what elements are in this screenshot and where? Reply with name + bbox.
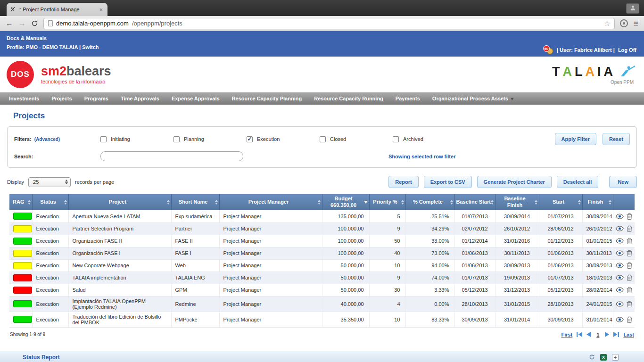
panel-refresh-icon[interactable] [589, 354, 595, 360]
search-input[interactable] [100, 151, 243, 161]
nav-item-investments[interactable]: Investments [3, 96, 45, 101]
advanced-filters-link[interactable]: (Advanced) [34, 137, 60, 142]
browser-profile-button[interactable] [626, 3, 639, 14]
current-page[interactable]: 1 [595, 332, 601, 337]
view-project-icon[interactable] [616, 287, 624, 293]
table-row[interactable]: ExecutionNew Coporate WebpageWebProject … [9, 259, 635, 272]
previous-page-icon[interactable] [586, 332, 591, 337]
nav-item-resource-capacity-running[interactable]: Resource Capacity Running [308, 96, 389, 101]
switch-link[interactable]: Switch [82, 44, 99, 50]
column-header-finish[interactable]: Finish [582, 194, 613, 210]
column-header-baseline-finish[interactable]: Baseline Finish [495, 194, 539, 210]
table-row[interactable]: ExecutionImplantación TALAIA OpenPPM (Ej… [9, 296, 635, 312]
table-row[interactable]: ExecutionTALAIA implementationTALAIA ENG… [9, 272, 635, 284]
view-project-icon[interactable] [616, 214, 624, 219]
sort-icon[interactable] [215, 200, 218, 205]
last-page-icon[interactable] [613, 332, 619, 337]
export-csv-button[interactable]: Export to CSV [424, 176, 472, 188]
apply-filter-button[interactable]: Apply Filter [555, 133, 597, 145]
bookmark-star-icon[interactable]: ☆ [604, 19, 610, 28]
sort-icon[interactable] [578, 200, 581, 205]
delete-project-icon[interactable] [627, 238, 632, 244]
view-project-icon[interactable] [616, 317, 624, 322]
column-header-baseline-start[interactable]: Baseline Start [454, 194, 495, 210]
column-header-project-manager[interactable]: Project Manager [219, 194, 322, 210]
sort-desc-icon[interactable] [364, 201, 368, 204]
checkbox-icon[interactable]: ✓ [247, 136, 253, 142]
docs-manuals-link[interactable]: Docs & Manuals [7, 35, 99, 41]
sort-icon[interactable] [167, 200, 170, 205]
sort-icon[interactable] [28, 200, 31, 205]
tab-close-icon[interactable]: × [98, 6, 104, 13]
delete-project-icon[interactable] [627, 274, 632, 281]
status-report-panel[interactable]: Status Report X + [0, 352, 644, 362]
table-row[interactable]: ExecutionApertura Nueva Sede LATAMExp su… [9, 210, 635, 222]
table-row[interactable]: ExecutionOrganización FASE IFASE IProjec… [9, 247, 635, 259]
pagination-first-link[interactable]: First [561, 332, 572, 337]
filter-checkbox-initiating[interactable]: Initiating [100, 136, 173, 142]
nav-item-payments[interactable]: Payments [389, 96, 426, 101]
browser-extension-icon[interactable] [620, 19, 628, 27]
sort-icon[interactable] [491, 200, 494, 205]
first-page-icon[interactable] [577, 332, 582, 337]
nav-item-projects[interactable]: Projects [45, 96, 78, 101]
table-row[interactable]: ExecutionSaludGPMProject Manager50.000,0… [9, 284, 635, 296]
forward-icon[interactable]: → [18, 19, 26, 28]
delete-project-icon[interactable] [627, 225, 632, 232]
table-row[interactable]: ExecutionPartner Selection ProgramPartne… [9, 222, 635, 235]
filter-checkbox-archived[interactable]: Archived [393, 136, 466, 142]
new-button[interactable]: New [609, 176, 637, 188]
delete-project-icon[interactable] [627, 287, 632, 293]
checkbox-icon[interactable] [393, 136, 399, 142]
nav-item-organizational-process-assets[interactable]: Organizational Process Assets▾ [426, 96, 520, 101]
achievement-badge-icon[interactable]: 50 [543, 45, 553, 54]
url-field[interactable]: demo.talaia-openppm.com/openppm/projects… [43, 18, 615, 29]
sort-icon[interactable] [318, 200, 321, 205]
checkbox-icon[interactable] [320, 136, 326, 142]
report-button[interactable]: Report [388, 176, 418, 188]
deselect-all-button[interactable]: Deselect all [557, 176, 599, 188]
sort-icon[interactable] [64, 200, 67, 205]
delete-project-icon[interactable] [627, 213, 632, 220]
sort-icon[interactable] [609, 200, 611, 205]
delete-project-icon[interactable] [627, 301, 632, 307]
table-row[interactable]: ExecutionOrganización FASE IIFASE IIProj… [9, 235, 635, 247]
delete-project-icon[interactable] [627, 316, 632, 323]
table-row[interactable]: ExecutionTraducción del libro Edición de… [9, 312, 635, 327]
nav-item-expense-approvals[interactable]: Expense Approvals [165, 96, 226, 101]
log-off-link[interactable]: Log Off [618, 47, 636, 53]
sort-icon[interactable] [450, 200, 453, 205]
filter-checkbox-planning[interactable]: Planning [173, 136, 247, 142]
sort-icon[interactable] [535, 200, 537, 205]
nav-item-resource-capacity-planning[interactable]: Resource Capacity Planning [226, 96, 308, 101]
view-project-icon[interactable] [616, 301, 624, 307]
column-header-priority[interactable]: Priority % [369, 194, 405, 210]
delete-project-icon[interactable] [627, 250, 632, 256]
column-header-complete[interactable]: % Complete [405, 194, 454, 210]
view-project-icon[interactable] [616, 263, 624, 268]
generate-project-charter-button[interactable]: Generate Project Charter [477, 176, 552, 188]
sort-icon[interactable] [401, 200, 404, 205]
column-header-rag[interactable]: RAG [9, 194, 32, 210]
view-project-icon[interactable] [616, 226, 624, 231]
excel-export-icon[interactable]: X [600, 354, 607, 361]
delete-project-icon[interactable] [627, 262, 632, 269]
browser-tab[interactable]: :: Project Portfolio Manage × [7, 3, 107, 16]
reset-button[interactable]: Reset [603, 133, 630, 145]
back-icon[interactable]: ← [6, 19, 13, 28]
column-header-status[interactable]: Status [32, 194, 68, 210]
view-project-icon[interactable] [616, 275, 624, 280]
checkbox-icon[interactable] [100, 136, 107, 142]
view-project-icon[interactable] [616, 250, 624, 256]
column-header-start[interactable]: Start [539, 194, 582, 210]
pagination-last-link[interactable]: Last [623, 332, 634, 337]
records-per-page-select[interactable]: 25 [28, 177, 71, 187]
expand-panel-icon[interactable]: + [612, 354, 619, 361]
checkbox-icon[interactable] [173, 136, 180, 142]
column-header-project[interactable]: Project [68, 194, 171, 210]
next-page-icon[interactable] [605, 332, 609, 337]
nav-item-programs[interactable]: Programs [78, 96, 115, 101]
filter-checkbox-execution[interactable]: ✓Execution [247, 136, 320, 142]
filter-checkbox-closed[interactable]: Closed [320, 136, 393, 142]
column-header-short-name[interactable]: Short Name [171, 194, 219, 210]
